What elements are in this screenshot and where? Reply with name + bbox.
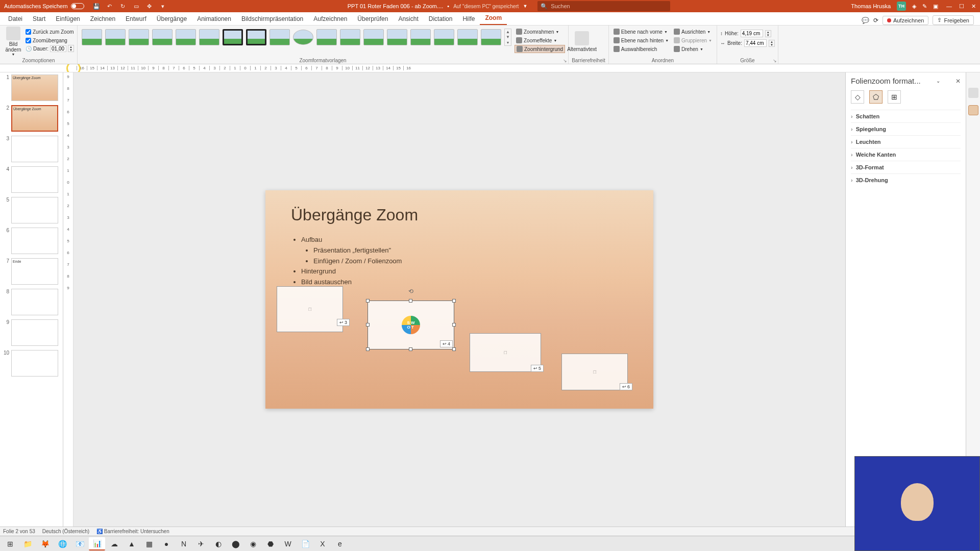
return-to-zoom-checkbox[interactable]: Zurück zum Zoom: [26, 28, 74, 36]
slide-editor[interactable]: Übergänge Zoom Aufbau Präsentation „fert…: [74, 72, 845, 527]
thumbnail[interactable]: [11, 228, 58, 254]
minimize-icon[interactable]: —: [946, 3, 952, 10]
thumbnail-item[interactable]: 9: [2, 319, 61, 346]
app-icon[interactable]: ☁: [106, 537, 122, 550]
pane-section[interactable]: Spiegelung: [851, 122, 961, 135]
onenote-icon[interactable]: N: [176, 537, 192, 550]
tab-hilfe[interactable]: Hilfe: [457, 13, 480, 25]
zoom-object-6[interactable]: ⬚: [561, 354, 628, 390]
style-thumb[interactable]: [105, 29, 126, 45]
rotate-handle-icon[interactable]: ⟲: [408, 288, 413, 295]
width-spinner[interactable]: ▲▼: [769, 40, 775, 47]
thumbnail-item[interactable]: 5: [2, 197, 61, 223]
redo-icon[interactable]: ↻: [119, 2, 127, 10]
style-thumb[interactable]: [481, 29, 501, 45]
record-button[interactable]: Aufzeichnen: [883, 16, 929, 25]
style-thumb[interactable]: [270, 29, 290, 45]
thumbnail-item[interactable]: 4: [2, 166, 61, 193]
powerpoint-icon[interactable]: 📊: [89, 537, 105, 550]
thumbnail[interactable]: Übergänge Zoom: [11, 105, 58, 132]
tab-ansicht[interactable]: Ansicht: [393, 13, 423, 25]
qat-more-icon[interactable]: ▾: [159, 2, 167, 10]
thumbnail-item[interactable]: 1Übergänge Zoom: [2, 74, 61, 101]
pane-tab-effects[interactable]: ⬠: [869, 90, 883, 104]
slide-body[interactable]: Aufbau Präsentation „fertigstellen" Einf…: [291, 235, 628, 288]
zoomhintergrund-button[interactable]: Zoomhintergrund: [514, 45, 565, 53]
zoom-transition-checkbox[interactable]: Zoomübergang: [26, 36, 74, 44]
tab-bildschirm[interactable]: Bildschirmpräsentation: [236, 13, 308, 25]
rotate-button[interactable]: Drehen▼: [672, 45, 714, 53]
close-icon[interactable]: ✕: [971, 3, 976, 10]
thumbnail-item[interactable]: 8: [2, 289, 61, 315]
user-avatar[interactable]: TH: [897, 2, 906, 11]
style-thumb[interactable]: [223, 29, 243, 45]
user-name[interactable]: Thomas Hruska: [851, 3, 891, 9]
resize-handle[interactable]: [366, 347, 370, 351]
pane-section[interactable]: Weiche Kanten: [851, 148, 961, 161]
style-thumb[interactable]: [363, 29, 384, 45]
style-thumb[interactable]: [316, 29, 337, 45]
app-icon[interactable]: ⬣: [262, 537, 279, 550]
height-input[interactable]: [741, 30, 763, 37]
firefox-icon[interactable]: 🦊: [37, 537, 53, 550]
from-beginning-icon[interactable]: ▭: [132, 2, 140, 10]
pane-section[interactable]: Leuchten: [851, 135, 961, 148]
style-thumb[interactable]: [410, 29, 431, 45]
duration-field[interactable]: 🕓 Dauer: ▲▼: [26, 45, 74, 52]
touch-mode-icon[interactable]: ✥: [145, 2, 154, 10]
obs-icon[interactable]: ⬤: [228, 537, 244, 550]
zoom-object-5[interactable]: ⬚: [470, 333, 541, 372]
slide-counter[interactable]: Folie 2 von 53: [3, 529, 35, 534]
catchup-icon[interactable]: ⟳: [873, 17, 878, 24]
resize-handle[interactable]: [452, 299, 456, 303]
close-pane-icon[interactable]: ✕: [955, 78, 961, 85]
start-icon[interactable]: ⊞: [2, 537, 18, 550]
style-thumb[interactable]: [129, 29, 149, 45]
slide-title[interactable]: Übergänge Zoom: [291, 206, 628, 224]
tab-aufzeichnen[interactable]: Aufzeichnen: [308, 13, 352, 25]
pen-icon[interactable]: ✎: [922, 3, 927, 10]
tab-entwurf[interactable]: Entwurf: [120, 13, 152, 25]
resize-handle[interactable]: [366, 323, 370, 327]
slide-canvas[interactable]: Übergänge Zoom Aufbau Präsentation „fert…: [265, 190, 653, 409]
chevron-down-icon[interactable]: ▼: [523, 4, 527, 9]
thumbnail[interactable]: [11, 319, 58, 346]
thumbnail[interactable]: [11, 197, 58, 223]
word-icon[interactable]: W: [280, 537, 296, 550]
coming-soon-icon[interactable]: ◈: [912, 3, 916, 10]
style-thumb[interactable]: [199, 29, 219, 45]
autosave-toggle[interactable]: Automatisches Speichern: [0, 3, 88, 9]
comments-icon[interactable]: 💬: [862, 17, 869, 24]
vlc-icon[interactable]: ▲: [124, 537, 140, 550]
tab-uebergaenge[interactable]: Übergänge: [152, 13, 192, 25]
selection-pane-button[interactable]: Auswahlbereich: [612, 45, 670, 53]
pane-section[interactable]: 3D-Drehung: [851, 173, 961, 186]
thumbnail-item[interactable]: 3: [2, 136, 61, 162]
accessibility-status[interactable]: ♿ Barrierefreiheit: Untersuchen: [96, 529, 169, 534]
thumbnail[interactable]: Übergänge Zoom: [11, 74, 58, 101]
style-thumb[interactable]: [152, 29, 173, 45]
save-icon[interactable]: 💾: [92, 2, 101, 10]
app-icon[interactable]: ▦: [141, 537, 157, 550]
undo-icon[interactable]: ↶: [106, 2, 114, 10]
style-thumb[interactable]: [293, 30, 313, 45]
duration-spinner[interactable]: ▲▼: [68, 45, 74, 52]
alttext-button[interactable]: Alternativtext: [572, 27, 592, 56]
style-thumb[interactable]: [340, 29, 360, 45]
chevron-down-icon[interactable]: ⌄: [936, 78, 940, 84]
outlook-icon[interactable]: 📧: [71, 537, 88, 550]
tab-einfuegen[interactable]: Einfügen: [51, 13, 85, 25]
edge-icon[interactable]: e: [332, 537, 348, 550]
group-button[interactable]: Gruppieren▼: [672, 36, 714, 44]
resize-handle[interactable]: [452, 347, 456, 351]
style-thumb[interactable]: [176, 29, 196, 45]
tab-zeichnen[interactable]: Zeichnen: [85, 13, 120, 25]
thumbnail[interactable]: [11, 289, 58, 315]
width-field[interactable]: ↔Breite:▲▼: [720, 39, 775, 47]
toggle-switch-icon[interactable]: [71, 3, 84, 9]
change-image-button[interactable]: Bild ändern ▼: [3, 27, 23, 56]
explorer-icon[interactable]: 📁: [19, 537, 36, 550]
pane-tab-size[interactable]: ⊞: [888, 90, 901, 104]
app-icon[interactable]: ◉: [245, 537, 261, 550]
app-icon[interactable]: ◐: [210, 537, 227, 550]
